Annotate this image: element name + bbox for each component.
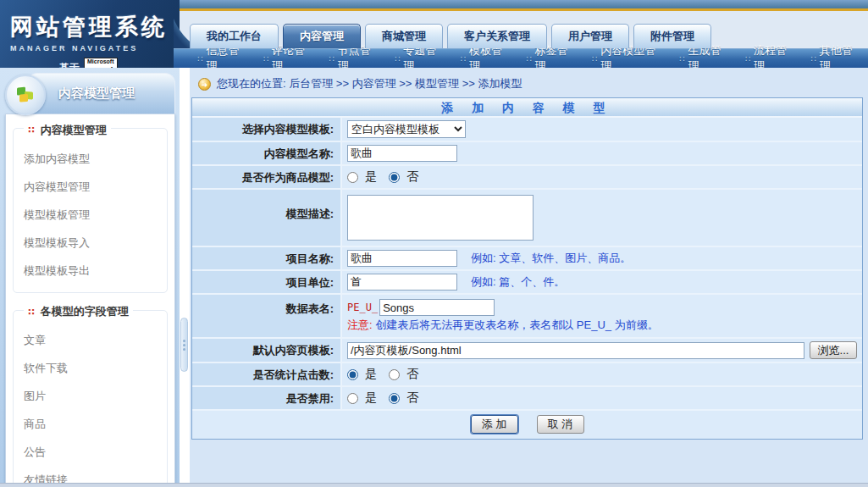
sidebar-item-content-model-manage[interactable]: 内容模型管理 [19, 174, 162, 202]
add-content-model-form: 添 加 内 容 模 型 选择内容模型模板: 空白内容模型模板 内容模型名称: [191, 97, 863, 440]
splitter-handle[interactable] [180, 318, 188, 372]
item-unit-input[interactable] [347, 274, 457, 291]
sidebar-header: 内容模型管理 [27, 73, 175, 113]
sidebar-menu: ∷ 内容模型管理 添加内容模型 内容模型管理 模型模板管理 模型模板导入 模型模… [5, 113, 175, 487]
sidebar-splitter [180, 68, 190, 483]
submenu-item-workflow[interactable]: ∷流程管理 [740, 43, 803, 68]
banner: 网站管理系统 MANAGER NAVIGATES 基于 Microsoft .n… [0, 0, 868, 68]
dots-icon: ∷ [263, 54, 268, 64]
dots-icon: ∷ [329, 54, 334, 64]
dots-icon: ∷ [679, 54, 684, 64]
table-note-text: 创建表后将无法再更改表名称，表名都以 PE_U_ 为前缀。 [375, 318, 658, 331]
table-name-label: 数据表名: [192, 295, 342, 337]
model-name-label: 内容模型名称: [192, 142, 342, 164]
dotnet-logo: Microsoft .net [84, 58, 118, 68]
tab-attachment-management[interactable]: 附件管理 [633, 24, 711, 48]
count-clicks-label: 是否统计点击数: [192, 363, 342, 385]
item-name-hint: 例如: 文章、软件、图片、商品。 [471, 251, 631, 266]
dots-icon: ∷ [745, 54, 750, 64]
breadcrumb: 您现在的位置: 后台管理 >> 内容管理 >> 模型管理 >> 添加模型 [217, 76, 522, 91]
item-unit-label: 项目单位: [192, 271, 342, 293]
model-name-input[interactable] [347, 145, 457, 162]
model-template-select[interactable]: 空白内容模型模板 [347, 120, 466, 138]
table-name-input[interactable] [379, 299, 495, 316]
sidebar-item-software-download[interactable]: 软件下载 [19, 355, 162, 383]
dots-icon: ∷ [592, 54, 597, 64]
add-button[interactable]: 添 加 [471, 415, 518, 434]
logo: 网站管理系统 MANAGER NAVIGATES 基于 Microsoft .n… [0, 0, 180, 68]
sidebar: 内容模型管理 ∷ 内容模型管理 添加内容模型 内容模型管理 模型模板管理 模型模… [0, 68, 180, 483]
gold-accent-line [161, 8, 868, 11]
dots-icon: ∷ [197, 54, 202, 64]
item-unit-hint: 例如: 篇、个、件。 [471, 274, 565, 290]
disabled-no-radio[interactable] [389, 393, 400, 404]
description-label: 模型描述: [192, 190, 342, 246]
logo-title: 网站管理系统 [10, 12, 180, 42]
tab-user-management[interactable]: 用户管理 [551, 24, 629, 48]
logo-subtitle: MANAGER NAVIGATES [10, 44, 180, 53]
sidebar-item-add-content-model[interactable]: 添加内容模型 [19, 146, 162, 174]
sidebar-item-product[interactable]: 商品 [19, 411, 162, 439]
red-dots-icon: ∷ [28, 307, 36, 318]
count-clicks-yes-radio[interactable] [347, 369, 358, 380]
sidebar-item-model-template-import[interactable]: 模型模板导入 [19, 230, 162, 257]
sidebar-group-legend: ∷ 各模型的字段管理 [24, 304, 133, 319]
breadcrumb-bar: ➜ 您现在的位置: 后台管理 >> 内容管理 >> 模型管理 >> 添加模型 [191, 73, 863, 97]
tab-my-workbench[interactable]: 我的工作台 [190, 24, 279, 48]
table-note-warning: 注意: [347, 318, 373, 331]
table-prefix: PE_U_ [347, 302, 378, 313]
template-select-label: 选择内容模型模板: [192, 118, 342, 141]
main-content: ➜ 您现在的位置: 后台管理 >> 内容管理 >> 模型管理 >> 添加模型 添… [190, 68, 868, 483]
is-product-no-radio[interactable] [389, 172, 400, 183]
tab-crm[interactable]: 客户关系管理 [447, 24, 547, 48]
form-title: 添 加 内 容 模 型 [192, 98, 862, 118]
red-dots-icon: ∷ [28, 125, 36, 136]
submenu-bar: ∷信息管理 ∷评论管理 ∷节点管理 ∷专题管理 ∷模板管理 ∷标签管理 ∷内容模… [174, 48, 868, 68]
sidebar-group-content-model: ∷ 内容模型管理 添加内容模型 内容模型管理 模型模板管理 模型模板导入 模型模… [13, 128, 168, 293]
is-product-label: 是否作为商品模型: [192, 166, 342, 188]
cancel-button[interactable]: 取 消 [537, 415, 584, 434]
disabled-yes-radio[interactable] [347, 393, 358, 404]
model-description-textarea[interactable] [347, 195, 534, 241]
bottom-edge [0, 483, 868, 487]
dots-icon: ∷ [526, 54, 531, 64]
sidebar-item-announcement[interactable]: 公告 [19, 439, 162, 467]
count-clicks-no-radio[interactable] [389, 369, 400, 380]
sidebar-title: 内容模型管理 [58, 86, 135, 102]
based-on-label: 基于 [59, 61, 80, 68]
content-template-label: 默认内容页模板: [192, 339, 342, 362]
dots-icon: ∷ [395, 54, 400, 64]
module-cube-icon [5, 75, 46, 115]
submenu-item-other[interactable]: ∷其他管理 [805, 43, 868, 68]
sidebar-item-picture[interactable]: 图片 [19, 383, 162, 411]
app-window: 网站管理系统 MANAGER NAVIGATES 基于 Microsoft .n… [0, 0, 868, 487]
sidebar-item-model-template-manage[interactable]: 模型模板管理 [19, 202, 162, 230]
disabled-label: 是否禁用: [192, 387, 342, 409]
dots-icon: ∷ [810, 54, 815, 64]
sidebar-item-model-template-export[interactable]: 模型模板导出 [19, 257, 162, 285]
location-arrow-icon: ➜ [198, 78, 211, 91]
item-name-label: 项目名称: [192, 247, 342, 269]
tab-content-management[interactable]: 内容管理 [283, 24, 361, 48]
content-template-input[interactable] [347, 342, 804, 359]
sidebar-group-field-manage: ∷ 各模型的字段管理 文章 软件下载 图片 商品 公告 友情链接 留言 [13, 310, 168, 487]
is-product-yes-radio[interactable] [347, 172, 358, 183]
dots-icon: ∷ [461, 54, 466, 64]
tab-mall-management[interactable]: 商城管理 [365, 24, 443, 48]
browse-button[interactable]: 浏览... [810, 341, 857, 359]
sidebar-item-article[interactable]: 文章 [19, 327, 162, 355]
top-tab-bar: 我的工作台 内容管理 商城管理 客户关系管理 用户管理 附件管理 [190, 22, 711, 48]
sidebar-group-legend: ∷ 内容模型管理 [24, 123, 111, 138]
item-name-input[interactable] [347, 250, 457, 267]
